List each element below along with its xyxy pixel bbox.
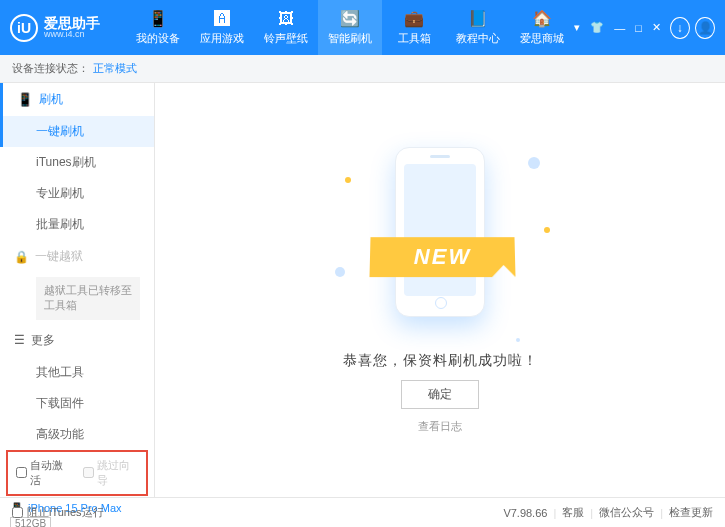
success-illustration: NEW	[375, 147, 505, 342]
phone-graphic	[395, 147, 485, 317]
close-icon[interactable]: ✕	[652, 21, 661, 34]
maximize-icon[interactable]: □	[635, 22, 642, 34]
status-mode: 正常模式	[93, 61, 137, 76]
main-panel: NEW 恭喜您，保资料刷机成功啦！ 确定 查看日志	[155, 83, 725, 497]
footer-support[interactable]: 客服	[562, 505, 584, 520]
sidebar-item-pro-flash[interactable]: 专业刷机	[0, 178, 154, 209]
sidebar-section-flash[interactable]: 📱 刷机	[0, 83, 154, 116]
app-site: www.i4.cn	[44, 30, 100, 39]
sidebar-section-jailbreak: 🔒 一键越狱	[0, 240, 154, 273]
status-label: 设备连接状态：	[12, 61, 89, 76]
app-logo: iU 爱思助手 www.i4.cn	[10, 14, 126, 42]
block-itunes-checkbox[interactable]: 阻止iTunes运行	[12, 505, 104, 520]
nav-toolbox[interactable]: 💼工具箱	[382, 0, 446, 55]
version-label: V7.98.66	[503, 507, 547, 519]
nav-apps-games[interactable]: 🅰应用游戏	[190, 0, 254, 55]
footer-check-update[interactable]: 检查更新	[669, 505, 713, 520]
account-button[interactable]: 👤	[695, 17, 715, 39]
main-nav: 📱我的设备 🅰应用游戏 🖼铃声壁纸 🔄智能刷机 💼工具箱 📘教程中心 🏠爱思商城	[126, 0, 574, 55]
store-icon: 🏠	[532, 9, 552, 28]
flash-icon: 🔄	[340, 9, 360, 28]
sidebar-item-other-tools[interactable]: 其他工具	[0, 357, 154, 388]
sidebar-item-itunes-flash[interactable]: iTunes刷机	[0, 147, 154, 178]
view-log-link[interactable]: 查看日志	[418, 419, 462, 434]
new-ribbon: NEW	[369, 237, 515, 277]
tutorial-icon: 📘	[468, 9, 488, 28]
ok-button[interactable]: 确定	[401, 380, 479, 409]
success-message: 恭喜您，保资料刷机成功啦！	[343, 352, 538, 370]
nav-ringtones-wallpapers[interactable]: 🖼铃声壁纸	[254, 0, 318, 55]
apps-icon: 🅰	[214, 10, 230, 28]
window-controls: ▾ 👕 — □ ✕	[574, 21, 661, 34]
sidebar-item-oneclick-flash[interactable]: 一键刷机	[0, 116, 154, 147]
sidebar-item-advanced[interactable]: 高级功能	[0, 419, 154, 450]
download-button[interactable]: ↓	[670, 17, 690, 39]
nav-tutorials[interactable]: 📘教程中心	[446, 0, 510, 55]
nav-smart-flash[interactable]: 🔄智能刷机	[318, 0, 382, 55]
list-icon: ☰	[14, 333, 25, 347]
phone-icon: 📱	[17, 92, 33, 107]
status-bar: 设备连接状态： 正常模式	[0, 55, 725, 83]
minimize-icon[interactable]: —	[614, 22, 625, 34]
sidebar-section-more[interactable]: ☰ 更多	[0, 324, 154, 357]
skip-guide-checkbox[interactable]: 跳过向导	[83, 458, 138, 488]
titlebar: iU 爱思助手 www.i4.cn 📱我的设备 🅰应用游戏 🖼铃声壁纸 🔄智能刷…	[0, 0, 725, 55]
sidebar-item-download-firmware[interactable]: 下载固件	[0, 388, 154, 419]
jailbreak-note: 越狱工具已转移至工具箱	[36, 277, 140, 320]
menu-icon[interactable]: ▾	[574, 21, 580, 34]
auto-activate-checkbox[interactable]: 自动激活	[16, 458, 71, 488]
sidebar-item-batch-flash[interactable]: 批量刷机	[0, 209, 154, 240]
nav-store[interactable]: 🏠爱思商城	[510, 0, 574, 55]
app-name: 爱思助手	[44, 16, 100, 30]
skin-icon[interactable]: 👕	[590, 21, 604, 34]
lock-icon: 🔒	[14, 250, 29, 264]
device-icon: 📱	[148, 9, 168, 28]
nav-my-device[interactable]: 📱我的设备	[126, 0, 190, 55]
sidebar: 📱 刷机 一键刷机 iTunes刷机 专业刷机 批量刷机 🔒 一键越狱 越狱工具…	[0, 83, 155, 497]
media-icon: 🖼	[278, 10, 294, 28]
toolbox-icon: 💼	[404, 9, 424, 28]
activation-options: 自动激活 跳过向导	[6, 450, 148, 496]
logo-icon: iU	[10, 14, 38, 42]
footer-wechat[interactable]: 微信公众号	[599, 505, 654, 520]
